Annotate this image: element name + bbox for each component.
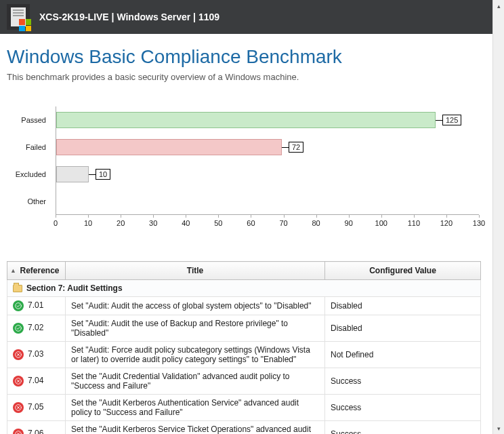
column-header-value[interactable]: Configured Value (325, 262, 481, 280)
x-circle-icon (13, 376, 24, 387)
chart-x-tick: 40 (182, 219, 190, 227)
window-title: XCS-2K19-LIVE | Windows Server | 1109 (39, 12, 219, 22)
chart-bar-passed (56, 112, 436, 128)
svg-point-0 (16, 303, 22, 309)
table-row[interactable]: 7.06Set the "Audit Kerberos Service Tick… (7, 421, 481, 435)
page-title: Windows Basic Compliance Benchmark (7, 46, 486, 68)
configured-value: Success (325, 421, 481, 435)
table-row[interactable]: 7.05Set the "Audit Kerberos Authenticati… (7, 395, 481, 421)
check-circle-icon (13, 323, 24, 334)
scroll-up-arrow[interactable]: ▴ (493, 0, 504, 12)
rule-title: Set the "Audit Kerberos Service Ticket O… (66, 421, 325, 435)
chart-x-tick: 50 (214, 219, 222, 227)
vertical-scrollbar[interactable]: ▴ ▾ (492, 0, 504, 434)
section-label: Section 7: Audit Settings (26, 283, 123, 293)
svg-point-1 (16, 326, 22, 332)
x-circle-icon (13, 429, 24, 434)
table-row[interactable]: 7.02Set "Audit: Audit the use of Backup … (7, 315, 481, 342)
rule-reference: 7.01 (28, 300, 43, 310)
chart-value-failed: 72 (289, 142, 303, 153)
configured-value: Success (325, 368, 481, 395)
rule-title: Set the "Audit Kerberos Authentication S… (66, 395, 325, 421)
chart-x-tick: 70 (279, 219, 287, 227)
rule-title: Set "Audit: Audit the use of Backup and … (66, 315, 325, 342)
x-circle-icon (13, 402, 24, 413)
rule-reference: 7.06 (28, 429, 43, 434)
compliance-table: ▲ Reference Title Configured Value Secti… (7, 261, 481, 434)
page-subtitle: This benchmark provides a basic security… (7, 72, 486, 82)
rule-title: Set "Audit: Force audit policy subcatego… (66, 342, 325, 368)
column-header-title[interactable]: Title (66, 262, 325, 280)
table-row[interactable]: 7.01Set "Audit: Audit the access of glob… (7, 297, 481, 315)
chart-x-tick: 80 (312, 219, 320, 227)
chart-value-excluded: 10 (96, 169, 110, 180)
configured-value: Disabled (325, 297, 481, 315)
chart-y-label: Other (27, 197, 46, 205)
chart-x-tick: 60 (247, 219, 255, 227)
chart-y-label: Excluded (16, 170, 46, 178)
rule-title: Set "Audit: Audit the access of global s… (66, 297, 325, 315)
column-header-reference[interactable]: ▲ Reference (7, 262, 66, 280)
chart-bar-failed (56, 139, 282, 155)
chart-x-tick: 120 (440, 219, 453, 227)
configured-value: Disabled (325, 315, 481, 342)
chart-x-tick: 0 (54, 219, 58, 227)
svg-point-5 (16, 431, 22, 434)
chart-bar-excluded (56, 166, 89, 182)
chart-x-tick: 10 (84, 219, 92, 227)
section-header-row[interactable]: Section 7: Audit Settings (7, 280, 481, 297)
scroll-down-arrow[interactable]: ▾ (493, 422, 504, 434)
chart-value-passed: 125 (442, 115, 461, 125)
configured-value: Success (325, 395, 481, 421)
x-circle-icon (13, 349, 24, 360)
chart-y-label: Passed (21, 116, 46, 124)
sort-ascending-icon: ▲ (10, 267, 16, 274)
chart-x-tick: 100 (375, 219, 387, 227)
rule-title: Set the "Audit Credential Validation" ad… (66, 368, 325, 395)
report-windows-icon (7, 4, 30, 30)
chart-x-tick: 30 (149, 219, 157, 227)
folder-icon (13, 285, 22, 292)
chart-x-tick: 20 (117, 219, 125, 227)
chart-x-tick: 110 (408, 219, 420, 227)
rule-reference: 7.04 (28, 376, 43, 385)
summary-bar-chart: Passed Failed Excluded Other 125 72 (9, 106, 484, 242)
rule-reference: 7.05 (28, 402, 43, 412)
check-circle-icon (13, 300, 24, 311)
window-titlebar: XCS-2K19-LIVE | Windows Server | 1109 (0, 0, 492, 34)
chart-x-tick: 90 (345, 219, 353, 227)
rule-reference: 7.03 (28, 349, 43, 359)
table-row[interactable]: 7.04Set the "Audit Credential Validation… (7, 368, 481, 395)
table-row[interactable]: 7.03Set "Audit: Force audit policy subca… (7, 342, 481, 368)
rule-reference: 7.02 (28, 323, 43, 332)
configured-value: Not Defined (325, 342, 481, 368)
chart-y-label: Failed (26, 143, 46, 151)
chart-x-tick: 130 (473, 219, 485, 227)
